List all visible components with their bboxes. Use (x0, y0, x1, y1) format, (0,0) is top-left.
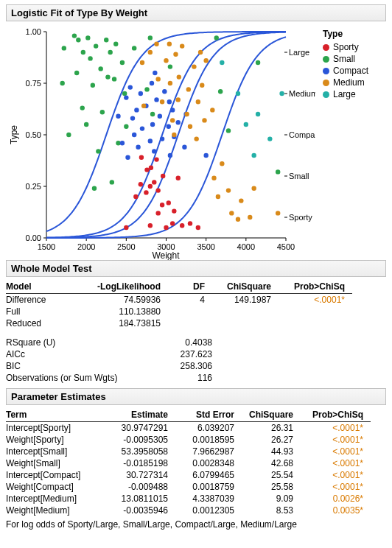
svg-point-133 (167, 42, 172, 46)
pe-h-est: Estimate (105, 408, 175, 422)
svg-point-141 (184, 112, 189, 116)
svg-point-44 (149, 166, 153, 170)
svg-point-110 (150, 122, 155, 127)
svg-point-129 (154, 42, 158, 46)
svg-point-92 (218, 89, 223, 94)
svg-point-63 (74, 71, 79, 75)
svg-point-62 (72, 33, 77, 38)
svg-point-89 (150, 112, 155, 116)
svg-point-126 (140, 60, 144, 65)
table-row: Intercept[Medium]13.08110154.3387039 9.0… (6, 493, 371, 505)
svg-text:Medium: Medium (289, 89, 315, 98)
svg-point-166 (256, 112, 260, 116)
wm-h-df: DF (168, 280, 212, 294)
svg-point-46 (154, 157, 158, 161)
svg-point-139 (177, 74, 181, 79)
svg-point-156 (229, 211, 234, 215)
legend-item: Large (323, 89, 368, 99)
svg-point-168 (279, 91, 284, 96)
svg-point-67 (84, 122, 88, 127)
svg-text:0.00: 0.00 (26, 233, 41, 242)
svg-point-45 (152, 180, 156, 184)
svg-point-42 (148, 223, 153, 228)
svg-point-38 (139, 182, 143, 186)
svg-point-118 (167, 99, 172, 104)
svg-point-146 (196, 99, 200, 104)
svg-point-115 (160, 136, 164, 141)
svg-point-108 (148, 138, 153, 143)
table-row: Weight[Compact]-0.0094880.0018759 25.58<… (6, 481, 371, 493)
legend-label: Large (333, 89, 356, 99)
svg-point-68 (85, 35, 90, 40)
svg-point-131 (160, 99, 164, 104)
svg-point-149 (202, 118, 206, 122)
pe-h-se: Std Error (175, 408, 242, 422)
svg-text:0.50: 0.50 (26, 130, 41, 139)
fit-stats-table: RSquare (U)0.4038 AICc237.623 BIC258.306… (6, 337, 220, 384)
wm-h-chisq: ChiSquare (212, 280, 279, 294)
svg-point-53 (170, 221, 175, 225)
chart-block: 1500200025003000350040004500 0.000.250.5… (6, 24, 386, 260)
legend-dot-icon (323, 56, 329, 63)
table-row: Difference74.599364 149.1987<.0001* (6, 294, 352, 306)
svg-point-60 (62, 46, 66, 50)
legend-label: Compact (333, 66, 368, 76)
wm-h-p: Prob>ChiSq (279, 280, 352, 294)
svg-point-85 (124, 124, 128, 129)
chart-title: Logistic Fit of Type By Weight (11, 7, 147, 18)
svg-text:0.25: 0.25 (26, 182, 41, 191)
svg-point-128 (148, 50, 153, 55)
svg-point-164 (244, 122, 248, 127)
table-row: Intercept[Sporty]30.97472916.039207 26.3… (6, 422, 371, 435)
legend-item: Compact (323, 66, 368, 76)
svg-point-104 (136, 145, 140, 150)
svg-point-72 (94, 43, 98, 48)
svg-text:4000: 4000 (237, 242, 255, 251)
svg-point-155 (226, 188, 231, 192)
svg-point-137 (173, 52, 178, 57)
svg-point-70 (91, 83, 95, 88)
chart-svg: 1500200025003000350040004500 0.000.250.5… (6, 24, 315, 260)
svg-point-64 (76, 38, 80, 42)
svg-point-143 (188, 124, 192, 129)
legend-title: Type (323, 29, 368, 39)
x-axis-label: Weight (152, 250, 180, 260)
svg-text:Compact: Compact (289, 130, 315, 139)
svg-point-57 (188, 221, 192, 225)
svg-point-100 (128, 85, 133, 89)
svg-point-56 (180, 223, 184, 228)
svg-point-84 (122, 91, 127, 96)
table-row: Observations (or Sum Wgts)116 (6, 372, 220, 384)
legend-dot-icon (323, 91, 329, 98)
svg-point-158 (239, 198, 243, 203)
svg-point-58 (196, 225, 200, 230)
legend-item: Medium (323, 77, 368, 88)
svg-point-71 (92, 186, 97, 191)
svg-point-73 (96, 149, 100, 153)
svg-point-112 (153, 71, 157, 75)
svg-point-39 (139, 155, 144, 160)
svg-point-150 (203, 58, 208, 63)
svg-point-96 (116, 114, 120, 119)
svg-point-88 (148, 35, 153, 40)
svg-point-134 (168, 81, 172, 85)
svg-point-102 (132, 133, 136, 137)
table-row: Intercept[Small]53.39580587.9662987 44.9… (6, 446, 371, 457)
svg-point-61 (66, 133, 71, 137)
svg-text:1.00: 1.00 (26, 27, 41, 36)
svg-point-111 (152, 149, 156, 153)
svg-point-49 (160, 203, 164, 207)
svg-text:Sporty: Sporty (289, 213, 312, 222)
svg-point-48 (155, 188, 160, 192)
table-row: Intercept[Compact]30.7273146.0799465 25.… (6, 469, 371, 481)
svg-point-47 (155, 211, 160, 215)
wm-h-ll: -LogLikelihood (80, 280, 168, 294)
report-page: Logistic Fit of Type By Weight 150020002… (0, 0, 392, 548)
svg-point-55 (176, 176, 181, 180)
legend-label: Sporty (333, 42, 359, 52)
svg-point-140 (180, 43, 184, 48)
svg-point-152 (211, 176, 216, 180)
param-est-footnote: For log odds of Sporty/Large, Small/Larg… (6, 519, 386, 530)
svg-point-138 (176, 97, 181, 102)
legend-dot-icon (323, 80, 329, 86)
